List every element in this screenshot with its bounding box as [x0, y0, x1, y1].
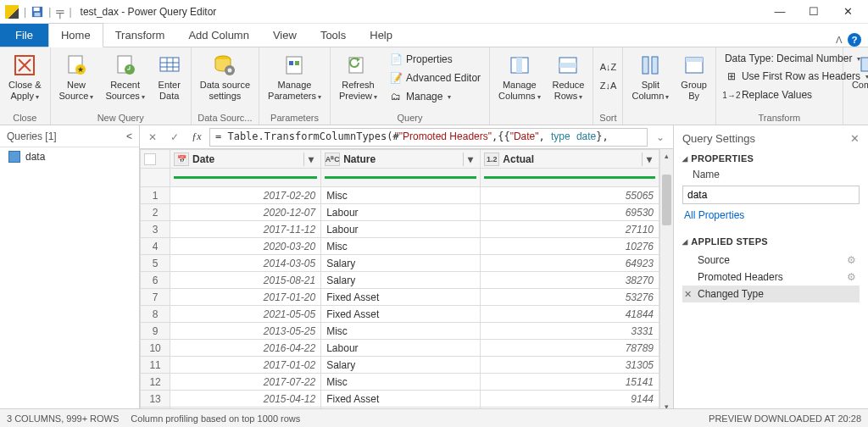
applied-step[interactable]: ✕Changed Type: [682, 286, 860, 302]
query-item[interactable]: data: [0, 147, 139, 166]
new-source-button[interactable]: ★ NewSource▾: [56, 51, 97, 103]
refresh-preview-button[interactable]: RefreshPreview▾: [336, 51, 381, 103]
column-filter-nature[interactable]: ▾: [463, 152, 476, 166]
cell-date[interactable]: 2017-11-12: [170, 221, 321, 238]
row-number[interactable]: 7: [141, 289, 170, 306]
cell-date[interactable]: 2014-03-05: [170, 255, 321, 272]
table-row[interactable]: 22020-12-07Labour69530: [141, 204, 659, 221]
group-by-button[interactable]: GroupBy: [677, 51, 710, 103]
table-row[interactable]: 12017-02-20Misc55065: [141, 187, 659, 204]
close-apply-button[interactable]: Close &Apply▾: [5, 51, 45, 103]
cell-date[interactable]: 2020-03-20: [170, 238, 321, 255]
cell-nature[interactable]: Fixed Asset: [321, 289, 481, 306]
reduce-rows-button[interactable]: ReduceRows▾: [549, 51, 588, 103]
table-row[interactable]: 32017-11-12Labour27110: [141, 221, 659, 238]
fx-icon[interactable]: ƒx: [187, 128, 206, 147]
column-filter-date[interactable]: ▾: [303, 152, 317, 166]
cell-date[interactable]: 2021-05-05: [170, 306, 321, 323]
table-row[interactable]: 42020-03-20Misc10276: [141, 238, 659, 255]
tab-view[interactable]: View: [261, 24, 309, 47]
cell-date[interactable]: 2016-04-22: [170, 340, 321, 357]
manage-query-button[interactable]: 🗂Manage▾: [386, 88, 484, 105]
collapse-ribbon-icon[interactable]: ᐱ: [836, 35, 843, 46]
table-row[interactable]: 112017-01-02Salary31305: [141, 357, 659, 374]
all-properties-link[interactable]: All Properties: [682, 209, 860, 221]
cell-nature[interactable]: Misc: [321, 374, 481, 391]
cell-actual[interactable]: 53276: [481, 289, 659, 306]
row-number[interactable]: 8: [141, 306, 170, 323]
tab-file[interactable]: File: [0, 24, 48, 47]
table-row[interactable]: 82021-05-05Fixed Asset41844: [141, 306, 659, 323]
cell-nature[interactable]: Misc: [321, 323, 481, 340]
cell-date[interactable]: 2015-04-12: [170, 391, 321, 408]
cell-nature[interactable]: Salary: [321, 272, 481, 289]
advanced-editor-button[interactable]: 📝Advanced Editor: [386, 69, 484, 86]
sort-asc-button[interactable]: A↓Z: [598, 58, 617, 76]
formula-cancel-icon[interactable]: ✕: [143, 128, 162, 147]
table-row[interactable]: 62015-08-21Salary38270: [141, 272, 659, 289]
tab-home[interactable]: Home: [48, 23, 103, 47]
delete-step-icon[interactable]: ✕: [684, 289, 692, 300]
tab-tools[interactable]: Tools: [309, 24, 358, 47]
data-source-settings-button[interactable]: Data sourcesettings: [197, 51, 253, 103]
row-number[interactable]: 6: [141, 272, 170, 289]
row-number[interactable]: 13: [141, 391, 170, 408]
properties-section[interactable]: PROPERTIES: [682, 153, 860, 164]
cell-date[interactable]: 2013-05-25: [170, 323, 321, 340]
cell-nature[interactable]: Labour: [321, 221, 481, 238]
table-row[interactable]: 102016-04-22Labour78789: [141, 340, 659, 357]
column-filter-actual[interactable]: ▾: [642, 152, 655, 166]
cell-nature[interactable]: Salary: [321, 357, 481, 374]
tab-transform[interactable]: Transform: [103, 24, 177, 47]
table-row[interactable]: 122017-07-22Misc15141: [141, 374, 659, 391]
sort-desc-button[interactable]: Z↓A: [598, 76, 617, 95]
close-settings-icon[interactable]: ✕: [850, 132, 860, 145]
type-text-icon[interactable]: AᴮC: [325, 152, 340, 166]
column-header-actual[interactable]: 1.2Actual▾: [481, 150, 659, 169]
query-name-input[interactable]: [682, 186, 860, 204]
cell-actual[interactable]: 69530: [481, 204, 659, 221]
cell-actual[interactable]: 78789: [481, 340, 659, 357]
table-row[interactable]: 52014-03-05Salary64923: [141, 255, 659, 272]
type-decimal-icon[interactable]: 1.2: [484, 152, 499, 166]
table-row[interactable]: 132015-04-12Fixed Asset9144: [141, 391, 659, 408]
vertical-scrollbar[interactable]: ▴ ▾: [659, 149, 673, 413]
row-selector-header[interactable]: [141, 150, 170, 169]
close-window-button[interactable]: ✕: [832, 2, 863, 22]
tab-help[interactable]: Help: [358, 24, 404, 47]
minimize-button[interactable]: —: [765, 2, 795, 22]
split-column-button[interactable]: SplitColumn▾: [628, 51, 672, 103]
table-row[interactable]: 92013-05-25Misc3331: [141, 323, 659, 340]
cell-nature[interactable]: Labour: [321, 204, 481, 221]
recent-sources-button[interactable]: RecentSources▾: [102, 51, 147, 103]
cell-actual[interactable]: 55065: [481, 187, 659, 204]
formula-expand-icon[interactable]: ⌄: [651, 128, 670, 147]
cell-date[interactable]: 2017-02-20: [170, 187, 321, 204]
tab-add-column[interactable]: Add Column: [176, 24, 261, 47]
manage-columns-button[interactable]: ManageColumns▾: [495, 51, 543, 103]
row-number[interactable]: 12: [141, 374, 170, 391]
column-header-nature[interactable]: AᴮCNature▾: [321, 150, 481, 169]
help-icon[interactable]: ?: [848, 33, 861, 47]
cell-date[interactable]: 2017-07-22: [170, 374, 321, 391]
save-icon[interactable]: [31, 6, 43, 18]
table-row[interactable]: 72017-01-20Fixed Asset53276: [141, 289, 659, 306]
cell-nature[interactable]: Misc: [321, 187, 481, 204]
cell-nature[interactable]: Salary: [321, 255, 481, 272]
column-header-date[interactable]: 📅Date▾: [170, 150, 321, 169]
properties-button[interactable]: 📄Properties: [386, 51, 484, 68]
cell-actual[interactable]: 41844: [481, 306, 659, 323]
type-date-icon[interactable]: 📅: [174, 152, 189, 166]
cell-actual[interactable]: 38270: [481, 272, 659, 289]
applied-step[interactable]: ✕Source⚙: [682, 252, 860, 269]
cell-actual[interactable]: 9144: [481, 391, 659, 408]
data-grid[interactable]: 📅Date▾ AᴮCNature▾ 1.2Actual▾ 12017-02-20…: [140, 149, 659, 413]
applied-steps-section[interactable]: APPLIED STEPS: [682, 236, 860, 247]
combine-button[interactable]: Combine▾: [849, 51, 868, 103]
cell-date[interactable]: 2017-01-20: [170, 289, 321, 306]
maximize-button[interactable]: ☐: [798, 2, 829, 22]
row-number[interactable]: 10: [141, 340, 170, 357]
cell-date[interactable]: 2020-12-07: [170, 204, 321, 221]
cell-date[interactable]: 2015-08-21: [170, 272, 321, 289]
cell-nature[interactable]: Misc: [321, 238, 481, 255]
